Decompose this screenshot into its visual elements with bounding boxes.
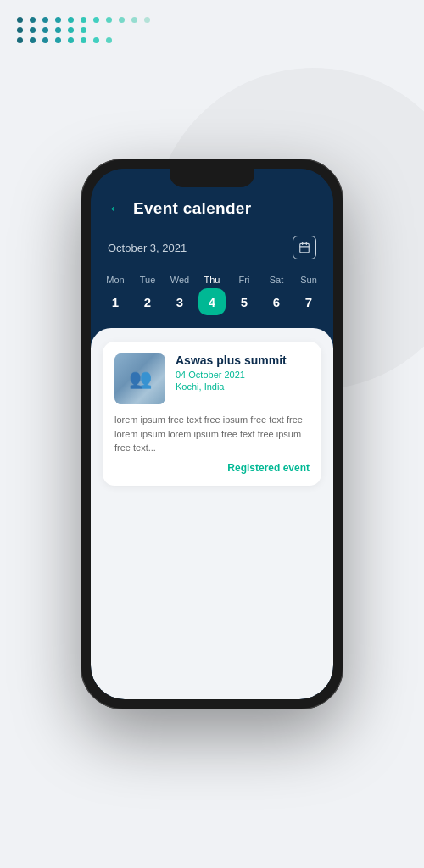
event-image (114, 353, 165, 404)
decoration-dot (93, 37, 99, 43)
decoration-dot (17, 17, 23, 23)
back-button[interactable]: ← (108, 198, 125, 218)
dots-decoration (17, 17, 153, 43)
decoration-dot (30, 17, 36, 23)
days-row: Mon 1 Tue 2 Wed 3 Thu 4 Fri 5 (91, 268, 333, 328)
decoration-dot (55, 17, 61, 23)
decoration-dot (17, 27, 23, 33)
decoration-dot (68, 37, 74, 43)
date-row: October 3, 2021 (91, 231, 333, 268)
notch (170, 169, 254, 187)
decoration-dot (106, 37, 112, 43)
app-content: ← Event calender October 3, 2021 (91, 169, 333, 699)
day-thu[interactable]: Thu 4 (197, 275, 227, 315)
calendar-icon-button[interactable] (293, 236, 316, 259)
current-date: October 3, 2021 (108, 242, 187, 254)
decoration-dot (81, 37, 86, 43)
content-area: Aswas plus summit 04 October 2021 Kochi,… (91, 328, 333, 699)
day-wed[interactable]: Wed 3 (165, 275, 195, 315)
event-info: Aswas plus summit 04 October 2021 Kochi,… (176, 353, 310, 392)
decoration-dot (17, 37, 23, 43)
registered-status: Registered event (227, 462, 310, 474)
phone-shell: ← Event calender October 3, 2021 (81, 159, 343, 709)
decoration-dot (68, 27, 74, 33)
day-tue[interactable]: Tue 2 (132, 275, 163, 315)
decoration-dot (55, 27, 61, 33)
decoration-dot (30, 37, 36, 43)
day-mon[interactable]: Mon 1 (100, 275, 131, 315)
event-description: lorem ipsum free text free ipsum free te… (114, 413, 310, 455)
event-footer: Registered event (114, 462, 310, 474)
decoration-dot (131, 17, 137, 23)
decoration-dot (68, 17, 74, 23)
decoration-dot (81, 27, 86, 33)
event-location: Kochi, India (176, 381, 310, 392)
phone-screen: ← Event calender October 3, 2021 (91, 169, 333, 699)
decoration-dot (106, 17, 112, 23)
decoration-dot (81, 17, 86, 23)
decoration-dot (93, 17, 99, 23)
decoration-dot (144, 17, 150, 23)
page-title: Event calender (133, 199, 251, 218)
decoration-dot (55, 37, 61, 43)
day-fri[interactable]: Fri 5 (229, 275, 259, 315)
event-date: 04 October 2021 (176, 370, 310, 380)
day-sat[interactable]: Sat 6 (261, 275, 292, 315)
decoration-dot (42, 37, 48, 43)
decoration-dot (119, 17, 125, 23)
event-card[interactable]: Aswas plus summit 04 October 2021 Kochi,… (103, 342, 321, 486)
event-top: Aswas plus summit 04 October 2021 Kochi,… (114, 353, 310, 404)
svg-rect-0 (300, 243, 310, 253)
event-title: Aswas plus summit (176, 353, 310, 367)
decoration-dot (42, 17, 48, 23)
day-sun[interactable]: Sun 7 (293, 275, 324, 315)
decoration-dot (30, 27, 36, 33)
decoration-dot (42, 27, 48, 33)
